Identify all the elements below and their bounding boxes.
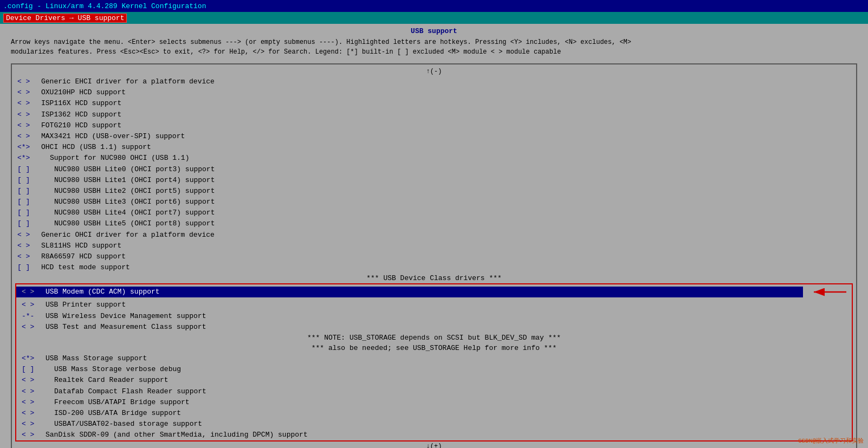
title-text: .config - Linux/arm 4.4.289 Kernel Confi… (3, 2, 206, 10)
main-content: USB support Arrow keys navigate the menu… (0, 24, 868, 448)
section-header-note2: *** also be needed; see USB_STORAGE Help… (16, 343, 852, 353)
list-item[interactable]: < >MAX3421 HCD (USB-over-SPI) support (12, 131, 856, 142)
list-item[interactable]: < >Generic OHCI driver for a platform de… (12, 230, 856, 241)
list-item[interactable]: < >USB Printer support (16, 300, 852, 310)
selected-item-row: < > USB Modem (CDC ACM) support (16, 284, 852, 300)
breadcrumb-bar: Device Drivers → USB support (0, 12, 868, 24)
section-header-note1: *** NOTE: USB_STORAGE depends on SCSI bu… (16, 333, 852, 343)
breadcrumb: Device Drivers → USB support (3, 14, 127, 23)
watermark: CSDN@嵌入式学习和实验 (798, 437, 864, 445)
list-item[interactable]: < >ISP1362 HCD support (12, 109, 856, 120)
highlighted-section: < > USB Modem (CDC ACM) support (15, 283, 853, 441)
list-item[interactable]: < >Realtek Card Reader support (16, 375, 852, 386)
list-item[interactable]: < >SanDisk SDDR-09 (and other SmartMedia… (16, 430, 852, 440)
list-item[interactable]: [ ]USB Mass Storage verbose debug (16, 364, 852, 375)
list-item[interactable]: < >OXU210HP HCD support (12, 87, 856, 98)
menu-container: ↑(-) < >Generic EHCI driver for a platfo… (11, 63, 857, 448)
help-line-1: Arrow keys navigate the menu. <Enter> se… (11, 37, 857, 47)
list-item[interactable]: < >FOTG210 HCD support (12, 120, 856, 131)
list-item[interactable]: -*-USB Wireless Device Management suppor… (16, 311, 852, 322)
arrow-annotation (808, 284, 852, 300)
scroll-down-indicator: ↓(+) (12, 441, 856, 448)
list-item[interactable]: < >Generic EHCI driver for a platform de… (12, 76, 856, 87)
help-text: Arrow keys navigate the menu. <Enter> se… (0, 36, 868, 61)
list-item[interactable]: < >USBAT/USBAT02-based storage support (16, 419, 852, 430)
list-item[interactable]: [ ]NUC980 USBH Lite1 (OHCI port4) suppor… (12, 175, 856, 186)
list-item[interactable]: < >USB Test and Measurement Class suppor… (16, 322, 852, 333)
list-item[interactable]: < >Freecom USB/ATAPI Bridge support (16, 397, 852, 408)
usb-modem-item[interactable]: < > USB Modem (CDC ACM) support (16, 287, 803, 297)
scroll-up-indicator: ↑(-) (12, 67, 856, 76)
list-item[interactable]: <*>OHCI HCD (USB 1.1) support (12, 142, 856, 153)
section-header-usb-device-class: *** USB Device Class drivers *** (12, 273, 856, 283)
list-item[interactable]: <*>USB Mass Storage support (16, 353, 852, 364)
title-bar: .config - Linux/arm 4.4.289 Kernel Confi… (0, 0, 868, 12)
list-item[interactable]: < >SL811HS HCD support (12, 241, 856, 251)
list-item[interactable]: [ ]NUC980 USBH Lite2 (OHCI port5) suppor… (12, 186, 856, 197)
list-item[interactable]: < >ISP116X HCD support (12, 98, 856, 109)
red-arrow-icon (808, 284, 852, 300)
list-item[interactable]: <*>Support for NUC980 OHCI (USB 1.1) (12, 153, 856, 164)
list-item[interactable]: [ ]NUC980 USBH Lite0 (OHCI port3) suppor… (12, 164, 856, 175)
list-item[interactable]: [ ]NUC980 USBH Lite3 (OHCI port6) suppor… (12, 197, 856, 207)
list-item[interactable]: [ ]NUC980 USBH Lite5 (OHCI port8) suppor… (12, 218, 856, 229)
list-item[interactable]: [ ]HCD test mode support (12, 262, 856, 273)
list-item[interactable]: < >R8A66597 HCD support (12, 251, 856, 262)
list-item[interactable]: < >ISD-200 USB/ATA Bridge support (16, 408, 852, 419)
help-line-2: modularizes features. Press <Esc><Esc> t… (11, 47, 857, 57)
page-title: USB support (0, 24, 868, 36)
list-item[interactable]: < >Datafab Compact Flash Reader support (16, 386, 852, 397)
list-item[interactable]: [ ]NUC980 USBH Lite4 (OHCI port7) suppor… (12, 207, 856, 218)
